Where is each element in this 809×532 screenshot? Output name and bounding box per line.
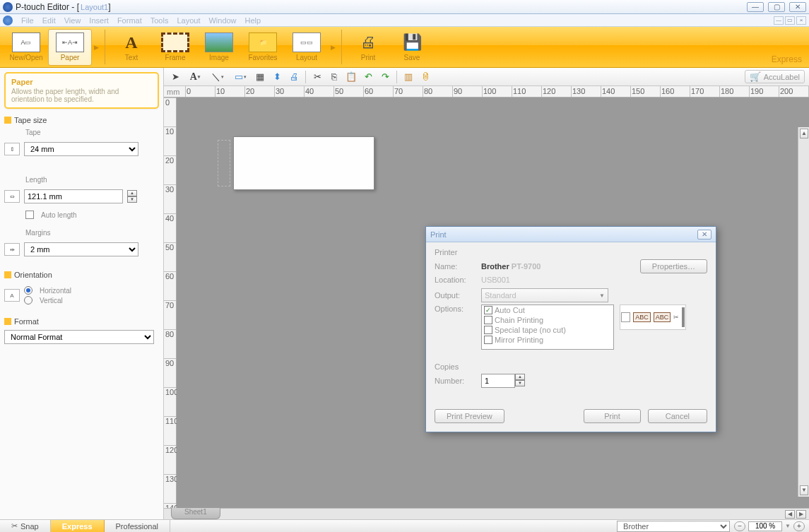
options-list[interactable]: ✓Auto Cut Chain Printing Special tape (n…	[481, 305, 614, 350]
menu-layout[interactable]: Layout	[177, 16, 200, 25]
section-tape-size: Tape size	[4, 116, 159, 124]
copies-spin-up[interactable]: ▲	[515, 374, 525, 380]
shape-tool[interactable]: ▭	[230, 70, 250, 84]
ribbon-frame[interactable]: Frame	[153, 29, 197, 66]
menu-help[interactable]: Help	[245, 16, 261, 25]
menu-tools[interactable]: Tools	[150, 16, 169, 25]
printer-properties-button[interactable]: Properties…	[640, 259, 707, 273]
copies-number-label: Number:	[435, 377, 481, 385]
options-label: Options:	[435, 305, 481, 313]
option-mirror-checkbox[interactable]	[484, 336, 492, 344]
window-close-button[interactable]: ✕	[789, 2, 806, 12]
orientation-horizontal-radio[interactable]	[24, 286, 33, 295]
paste-button[interactable]: 📋	[344, 70, 358, 84]
text-tool[interactable]: A	[185, 70, 205, 84]
ribbon-group1-expand[interactable]: ▶	[92, 29, 100, 66]
orientation-vertical-radio[interactable]	[24, 296, 33, 305]
ribbon-new-open[interactable]: A▭New/Open	[4, 29, 48, 66]
option-autocut-checkbox[interactable]: ✓	[484, 306, 492, 314]
tape-icon: ⇕	[4, 143, 20, 155]
undo-button[interactable]: ↶	[361, 70, 375, 84]
dialog-title: Print	[430, 230, 447, 239]
length-spin-up[interactable]: ▲	[127, 190, 137, 196]
window-minimize-button[interactable]: —	[747, 2, 764, 12]
redo-button[interactable]: ↷	[378, 70, 392, 84]
menu-window[interactable]: Window	[208, 16, 236, 25]
app-menu-icon[interactable]	[3, 16, 13, 25]
menu-edit[interactable]: Edit	[42, 16, 56, 25]
menu-format[interactable]: Format	[117, 16, 142, 25]
ruler-horizontal: mm 0102030405060708090100110120130140150…	[164, 86, 809, 97]
ribbon-text[interactable]: AText	[110, 29, 153, 66]
copies-spin-down[interactable]: ▼	[515, 380, 525, 386]
side-panel: Paper Allows the paper length, width and…	[0, 68, 164, 519]
copies-input[interactable]	[481, 374, 515, 388]
mode-snap-tab[interactable]: ✂Snap	[0, 520, 51, 533]
window-maximize-button[interactable]: ▢	[768, 2, 785, 12]
print-button[interactable]: Print	[584, 409, 641, 423]
hscroll-right[interactable]: ▶	[796, 510, 806, 519]
option-chain-checkbox[interactable]	[484, 316, 492, 324]
tape-width-select[interactable]: 24 mm	[24, 142, 138, 156]
mdi-minimize-button[interactable]: —	[774, 16, 784, 25]
ribbon-layout[interactable]: ▭▭Layout	[285, 29, 329, 66]
printer-name-label: Name:	[435, 262, 481, 271]
mode-express-tab[interactable]: Express	[51, 520, 105, 533]
mdi-close-button[interactable]: ×	[796, 16, 806, 25]
mdi-restore-button[interactable]: ▭	[785, 16, 795, 25]
menu-insert[interactable]: Insert	[89, 16, 109, 25]
ribbon-mode-label: Express	[772, 54, 809, 67]
ribbon-save[interactable]: 💾Save	[390, 29, 434, 66]
hscroll-left[interactable]: ◀	[785, 510, 795, 519]
ribbon-favorites[interactable]: 📁Favorites	[241, 29, 285, 66]
app-icon	[3, 2, 13, 12]
vertical-scrollbar[interactable]: ▲ ▼	[798, 127, 809, 497]
printer-location-value: USB001	[481, 276, 510, 284]
length-input[interactable]	[24, 189, 123, 203]
auto-length-label: Auto length	[41, 211, 77, 219]
database-button[interactable]: 🛢	[418, 70, 432, 84]
ribbon-image[interactable]: Image	[197, 29, 241, 66]
copy-button[interactable]: ⎘	[327, 70, 341, 84]
quick-print-tool[interactable]: 🖨	[287, 70, 301, 84]
ruler-vertical: 0102030405060708090100110120130140	[164, 97, 177, 508]
mode-professional-tab[interactable]: Professional	[105, 520, 171, 533]
window-titlebar: P-touch Editor - [ Layout1 ] — ▢ ✕	[0, 0, 809, 14]
dialog-close-button[interactable]: ✕	[697, 230, 711, 240]
output-select[interactable]: Standard▼	[481, 288, 608, 302]
ribbon-print[interactable]: 🖨Print	[346, 29, 390, 66]
sheet-tab[interactable]: Sheet1	[171, 508, 220, 519]
zoom-out-button[interactable]: −	[734, 521, 745, 531]
zoom-input[interactable]	[748, 521, 782, 531]
copies-group-label: Copies	[435, 362, 707, 371]
dialog-titlebar[interactable]: Print ✕	[426, 227, 716, 242]
margin-select[interactable]: 2 mm	[24, 242, 138, 256]
auto-length-checkbox[interactable]	[25, 211, 34, 219]
printer-location-label: Location:	[435, 276, 481, 284]
print-preview-button[interactable]: Print Preview	[435, 409, 504, 423]
pointer-tool[interactable]: ➤	[168, 70, 182, 84]
table-tool[interactable]: ▦	[253, 70, 267, 84]
status-printer-select[interactable]: Brother	[617, 521, 730, 532]
work-area: ➤ A ＼ ▭ ▦ ⬍ 🖨 ✂ ⎘ 📋 ↶ ↷ ▥ 🛢 🛒AccuLabel m…	[164, 68, 809, 519]
format-select[interactable]: Normal Format	[4, 330, 154, 344]
arrange-tool[interactable]: ⬍	[270, 70, 284, 84]
cut-button[interactable]: ✂	[310, 70, 324, 84]
vscroll-up[interactable]: ▲	[800, 129, 808, 138]
margin-label: Margins	[25, 229, 159, 237]
menu-view[interactable]: View	[64, 16, 81, 25]
screen-button[interactable]: ▥	[401, 70, 415, 84]
ribbon-paper[interactable]: ⇤A⇥Paper	[48, 29, 92, 66]
option-special-checkbox[interactable]	[484, 326, 492, 334]
cart-button[interactable]: 🛒AccuLabel	[745, 70, 805, 83]
zoom-in-button[interactable]: +	[793, 521, 805, 531]
line-tool[interactable]: ＼	[208, 70, 228, 84]
printer-group-label: Printer	[435, 248, 707, 256]
cancel-button[interactable]: Cancel	[648, 409, 707, 423]
vscroll-down[interactable]: ▼	[800, 485, 808, 495]
label-shape[interactable]	[233, 136, 374, 190]
menu-file[interactable]: File	[21, 16, 34, 25]
ribbon-group2-expand[interactable]: ▶	[329, 29, 337, 66]
sheet-bar: Sheet1 ◀ ▶	[164, 508, 809, 519]
length-spin-down[interactable]: ▼	[127, 196, 137, 203]
